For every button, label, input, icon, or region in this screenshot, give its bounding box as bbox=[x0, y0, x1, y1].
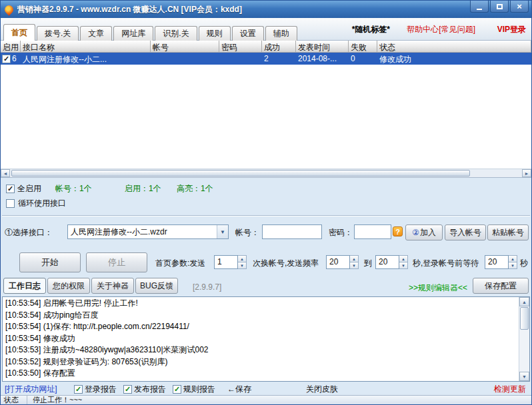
tab-home[interactable]: 首页 bbox=[3, 24, 35, 41]
row-enable-checkbox[interactable]: ✓ bbox=[2, 55, 11, 63]
check-update-link[interactable]: 检测更新 bbox=[494, 384, 526, 395]
stop-button[interactable]: 停止 bbox=[86, 252, 147, 272]
wait-stepper[interactable]: 20 ▲▼ bbox=[485, 255, 517, 269]
tab-settings[interactable]: 设置 bbox=[232, 26, 264, 41]
column-header-status[interactable]: 状态 bbox=[377, 41, 531, 53]
log-line: [10:53:52] 规则登录验证码为: 807653(识别库) bbox=[5, 356, 527, 368]
column-header-account[interactable]: 帐号 bbox=[151, 41, 219, 53]
table-row[interactable]: ✓ 6 人民网注册修改--小二... 2 2014-08-... 0 修改成功 bbox=[1, 53, 531, 65]
stepper-down-icon[interactable]: ▼ bbox=[509, 262, 517, 269]
enabled-count: 启用：1个 bbox=[125, 183, 161, 195]
stepper-up-icon[interactable]: ▲ bbox=[509, 255, 517, 262]
cell-password bbox=[219, 53, 262, 65]
column-header-success[interactable]: 成功 bbox=[262, 41, 296, 53]
horizontal-scrollbar[interactable]: ◄ ► bbox=[1, 169, 531, 177]
column-header-post-time[interactable]: 发表时间 bbox=[296, 41, 349, 53]
log-line: [10:53:53] 注册成功~48280iywgw|a3623110|米菜测试… bbox=[5, 344, 527, 356]
stepper-down-icon[interactable]: ▼ bbox=[350, 262, 359, 269]
save-hint-label: ←保存 bbox=[227, 384, 251, 395]
scroll-up-icon[interactable]: ▲ bbox=[519, 297, 529, 306]
import-accounts-button[interactable]: 导入帐号 bbox=[445, 224, 486, 240]
select-interface-label: ①选择接口： bbox=[5, 227, 53, 238]
control-row: 开始 停止 首页参数:发送 1 ▲▼ 次换帐号,发送频率 20 ▲▼ 到 20 … bbox=[1, 251, 531, 274]
work-log-panel[interactable]: [10:53:54] 启用帐号已用完! 停止工作! [10:53:54] 成功p… bbox=[2, 296, 530, 382]
maximize-button[interactable] bbox=[490, 1, 509, 13]
table-empty-area bbox=[1, 65, 531, 169]
close-skin-link[interactable]: 关闭皮肤 bbox=[306, 384, 338, 395]
tab-about[interactable]: 关于神器 bbox=[91, 278, 134, 294]
wait-label: 秒,登录帐号前等待 bbox=[413, 258, 479, 269]
all-enable-box[interactable]: ✓ bbox=[6, 185, 15, 193]
freq-to-value[interactable]: 20 bbox=[375, 255, 399, 269]
help-icon[interactable]: ? bbox=[393, 226, 403, 236]
close-button[interactable]: × bbox=[510, 1, 529, 13]
tab-work-log[interactable]: 工作日志 bbox=[3, 278, 46, 294]
scroll-down-icon[interactable]: ▼ bbox=[519, 372, 529, 381]
vertical-scroll-thumb[interactable] bbox=[520, 307, 529, 330]
loop-checkbox[interactable] bbox=[6, 199, 15, 208]
interface-dropdown[interactable]: 人民网注册修改--小二.wzdr ▼ bbox=[67, 224, 229, 239]
tab-articles[interactable]: 文章 bbox=[80, 26, 112, 41]
start-button[interactable]: 开始 bbox=[19, 252, 81, 272]
vertical-scrollbar[interactable]: ▲ ▼ bbox=[519, 297, 529, 381]
help-center-link[interactable]: 帮助中心[常见问题] bbox=[407, 24, 475, 35]
column-header-fail[interactable]: 失败 bbox=[349, 41, 377, 53]
freq-from-value[interactable]: 20 bbox=[326, 255, 350, 269]
vip-login-link[interactable]: VIP登录 bbox=[497, 24, 526, 35]
horizontal-scroll-thumb[interactable] bbox=[11, 170, 470, 177]
tab-permissions[interactable]: 您的权限 bbox=[47, 278, 90, 294]
save-config-button[interactable]: 保存配置 bbox=[473, 278, 529, 294]
password-input[interactable] bbox=[354, 224, 391, 239]
status-text: 停止工作！~~~ bbox=[27, 395, 87, 405]
login-report-option[interactable]: ✓ 登录报告 bbox=[74, 384, 117, 395]
highlight-count: 高亮：1个 bbox=[177, 183, 213, 195]
stepper-down-icon[interactable]: ▼ bbox=[238, 262, 247, 269]
tab-rules[interactable]: 规则 bbox=[199, 26, 231, 41]
publish-report-checkbox[interactable]: ✓ bbox=[123, 385, 132, 394]
window-controls: × bbox=[470, 1, 529, 13]
tab-dialup[interactable]: 拨号.关 bbox=[37, 26, 79, 41]
scroll-left-icon[interactable]: ◄ bbox=[1, 169, 10, 177]
column-header-enable[interactable]: 启用 bbox=[1, 41, 21, 53]
freq-from-stepper[interactable]: 20 ▲▼ bbox=[326, 255, 359, 269]
maximize-icon bbox=[497, 4, 503, 9]
interface-select-row: ①选择接口： 人民网注册修改--小二.wzdr ▼ 帐号： 密码： ? ② 加入… bbox=[1, 222, 531, 242]
open-success-urls-link[interactable]: [打开成功网址] bbox=[5, 384, 57, 395]
column-header-name[interactable]: 接口名称 bbox=[21, 41, 151, 53]
stepper-up-icon[interactable]: ▲ bbox=[350, 255, 359, 262]
cell-status: 修改成功 bbox=[377, 53, 531, 65]
publish-report-option[interactable]: ✓ 发布报告 bbox=[123, 384, 166, 395]
password-label: 密码： bbox=[329, 227, 353, 238]
tab-bug-report[interactable]: BUG反馈 bbox=[135, 278, 178, 294]
footer-row: [打开成功网址] ✓ 登录报告 ✓ 发布报告 ✓ 规则报告 ←保存 关闭皮肤 检… bbox=[1, 383, 531, 395]
tab-recognition[interactable]: 识别.关 bbox=[155, 26, 197, 41]
login-report-checkbox[interactable]: ✓ bbox=[74, 385, 83, 394]
paste-accounts-button[interactable]: 粘贴帐号 bbox=[487, 224, 529, 240]
freq-to-stepper[interactable]: 20 ▲▼ bbox=[375, 255, 408, 269]
stepper-up-icon[interactable]: ▲ bbox=[399, 255, 408, 262]
scroll-right-icon[interactable]: ► bbox=[522, 169, 531, 177]
loop-interface-option[interactable]: 循环使用接口 bbox=[6, 198, 66, 209]
add-account-button[interactable]: ② 加入 bbox=[405, 224, 443, 240]
check-icon: ✓ bbox=[125, 386, 131, 393]
row-index: 6 bbox=[12, 54, 17, 63]
tab-url-library[interactable]: 网址库 bbox=[113, 26, 153, 41]
stepper-up-icon[interactable]: ▲ bbox=[238, 255, 247, 262]
send-count-stepper[interactable]: 1 ▲▼ bbox=[214, 255, 247, 269]
all-enable-checkbox[interactable]: ✓ 全启用 bbox=[6, 183, 41, 195]
send-count-value[interactable]: 1 bbox=[214, 255, 238, 269]
chevron-down-icon[interactable]: ▼ bbox=[217, 225, 228, 238]
rule-report-option[interactable]: ✓ 规则报告 bbox=[173, 384, 215, 395]
wait-value[interactable]: 20 bbox=[485, 255, 509, 269]
close-icon: × bbox=[517, 2, 522, 11]
rule-report-checkbox[interactable]: ✓ bbox=[173, 385, 181, 394]
minimize-button[interactable] bbox=[470, 1, 489, 13]
rule-editor-link[interactable]: >>规则编辑器<< bbox=[409, 282, 467, 294]
column-header-password[interactable]: 密码 bbox=[219, 41, 262, 53]
interface-dropdown-value: 人民网注册修改--小二.wzdr bbox=[68, 226, 217, 238]
tab-assist[interactable]: 辅助 bbox=[265, 26, 297, 41]
stepper-down-icon[interactable]: ▼ bbox=[399, 262, 408, 269]
random-tag-label[interactable]: *随机标签* bbox=[352, 24, 390, 35]
main-tab-strip: 首页 拨号.关 文章 网址库 识别.关 规则 设置 辅助 *随机标签* 帮助中心… bbox=[1, 18, 531, 41]
account-input[interactable] bbox=[262, 224, 322, 239]
